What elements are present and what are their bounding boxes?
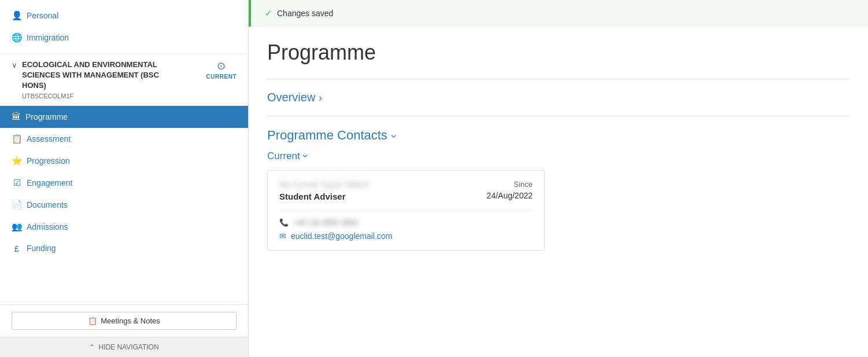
sidebar-item-progression[interactable]: ⭐ Progression [0, 150, 248, 172]
programme-name: ECOLOGICAL AND ENVIRONMENTAL SCIENCES WI… [22, 60, 167, 91]
meetings-label: Meetings & Notes [101, 316, 160, 325]
contact-card: Ms Corrain Taylor Wittich Student Advise… [267, 170, 545, 251]
divider-contacts [267, 116, 849, 116]
current-badge: ⊙ CURRENT [206, 60, 237, 80]
personal-label: Personal [27, 11, 58, 20]
building-icon: 🏛 [12, 112, 21, 122]
contact-since: Since 24/Aug/2022 [487, 180, 533, 200]
hide-nav-chevron-icon: ⌃ [89, 343, 95, 351]
contact-email[interactable]: ✉ euclid.test@googlemail.com [279, 231, 533, 241]
check-icon: ✓ [265, 8, 272, 19]
success-banner: ✓ Changes saved [249, 0, 868, 27]
since-date: 24/Aug/2022 [487, 191, 533, 200]
sidebar-item-personal[interactable]: 👤 Personal [0, 5, 248, 27]
programme-contacts-heading[interactable]: Programme Contacts [267, 128, 849, 143]
engagement-label: Engagement [27, 178, 72, 187]
immigration-label: Immigration [27, 33, 69, 42]
success-message: Changes saved [277, 9, 333, 18]
content-area: Programme Overview Programme Contacts Cu… [249, 27, 868, 264]
meetings-icon: 📋 [88, 316, 97, 325]
sidebar-top-section: 👤 Personal 🌐 Immigration [0, 0, 248, 53]
current-subheading[interactable]: Current [267, 150, 849, 162]
contact-info: Ms Corrain Taylor Wittich Student Advise… [279, 180, 369, 201]
programme-contacts-chevron-icon [392, 128, 396, 143]
sidebar-item-funding[interactable]: £ Funding [0, 238, 248, 259]
since-label: Since [487, 180, 533, 189]
contact-card-top: Ms Corrain Taylor Wittich Student Advise… [279, 180, 533, 210]
sidebar-item-engagement[interactable]: ☑ Engagement [0, 172, 248, 194]
sidebar-item-assessment[interactable]: 📋 Assessment [0, 128, 248, 150]
funding-icon: £ [12, 244, 22, 253]
email-address: euclid.test@googlemail.com [291, 231, 392, 241]
funding-label: Funding [27, 244, 56, 253]
programme-block: ∨ ECOLOGICAL AND ENVIRONMENTAL SCIENCES … [0, 53, 248, 106]
sidebar-item-immigration[interactable]: 🌐 Immigration [0, 27, 248, 49]
checkmark-icon: ☑ [12, 178, 22, 188]
current-badge-label: CURRENT [206, 73, 237, 80]
overview-chevron-icon [319, 91, 322, 104]
contact-card-bottom: 📞 +44 131 6501 5002 ✉ euclid.test@google… [279, 218, 533, 241]
document-icon: 📄 [12, 200, 22, 210]
sidebar-item-documents[interactable]: 📄 Documents [0, 194, 248, 216]
sidebar-item-admissions[interactable]: 👥 Admissions [0, 216, 248, 238]
current-label: Current [267, 150, 300, 162]
hide-navigation-button[interactable]: ⌃ HIDE NAVIGATION [0, 337, 248, 357]
programme-nav-label: Programme [25, 112, 68, 122]
envelope-icon: ✉ [279, 231, 286, 241]
contact-name: Ms Corrain Taylor Wittich [279, 180, 369, 189]
phone-icon: 📞 [279, 218, 289, 227]
admissions-icon: 👥 [12, 222, 22, 232]
documents-label: Documents [27, 200, 68, 209]
divider-overview [267, 79, 849, 79]
overview-link[interactable]: Overview [267, 91, 849, 104]
assessment-icon: 📋 [12, 134, 22, 144]
sidebar-item-programme[interactable]: 🏛 Programme [0, 106, 248, 128]
sidebar: 👤 Personal 🌐 Immigration ∨ ECOLOGICAL AN… [0, 0, 249, 357]
assessment-label: Assessment [27, 134, 71, 143]
globe-icon: 🌐 [12, 32, 22, 43]
sidebar-bottom: 📋 Meetings & Notes ⌃ HIDE NAVIGATION [0, 304, 248, 357]
programme-contacts-label: Programme Contacts [267, 128, 387, 143]
meetings-notes-button[interactable]: 📋 Meetings & Notes [12, 312, 237, 330]
overview-label: Overview [267, 91, 315, 104]
admissions-label: Admissions [27, 222, 68, 231]
main-content: ✓ Changes saved Programme Overview Progr… [249, 0, 868, 357]
hide-nav-label: HIDE NAVIGATION [98, 343, 158, 351]
current-circle-icon: ⊙ [217, 60, 226, 72]
star-icon: ⭐ [12, 156, 22, 166]
programme-collapse-icon[interactable]: ∨ [12, 61, 17, 69]
person-icon: 👤 [12, 10, 22, 21]
programme-code: UTBSCECOLM1F [22, 93, 167, 100]
contact-role: Student Adviser [279, 192, 369, 201]
page-title: Programme [267, 41, 849, 65]
contact-phone: 📞 +44 131 6501 5002 [279, 218, 533, 227]
programme-info: ECOLOGICAL AND ENVIRONMENTAL SCIENCES WI… [22, 60, 167, 100]
phone-number: +44 131 6501 5002 [293, 218, 358, 227]
programme-block-left: ∨ ECOLOGICAL AND ENVIRONMENTAL SCIENCES … [12, 60, 167, 100]
progression-label: Progression [27, 156, 70, 165]
current-chevron-icon [304, 150, 307, 162]
